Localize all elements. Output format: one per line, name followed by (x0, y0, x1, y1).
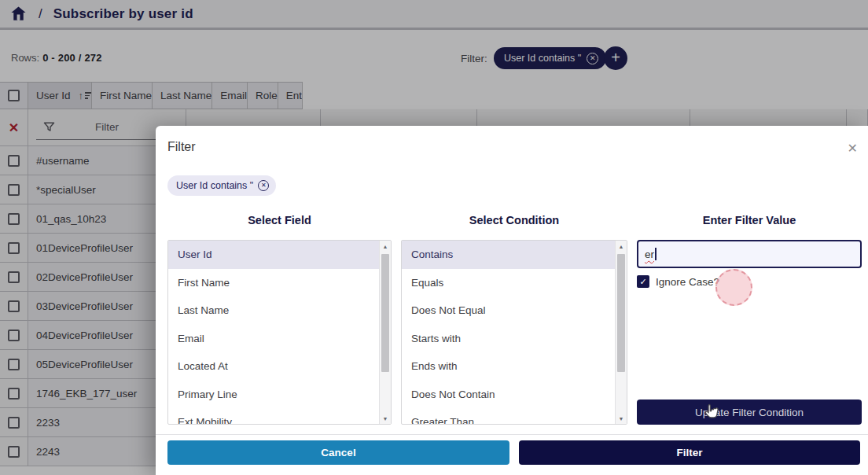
ignore-case-row[interactable]: ✓ Ignore Case? (637, 275, 719, 288)
dialog-title: Filter (167, 140, 196, 154)
scroll-up-icon[interactable]: ▲ (616, 241, 627, 252)
field-option[interactable]: Ext Mobility (168, 408, 391, 425)
condition-option[interactable]: Contains (402, 241, 627, 269)
field-option[interactable]: Located At (168, 352, 391, 381)
dialog-chip-text: User Id contains " (176, 180, 253, 191)
condition-scrollbar[interactable]: ▲ ▼ (615, 241, 627, 424)
dialog-filter-chip[interactable]: User Id contains " ✕ (167, 175, 276, 196)
condition-option[interactable]: Starts with (402, 325, 627, 353)
select-field-heading: Select Field (167, 214, 392, 226)
footer-divider (156, 434, 868, 435)
scroll-down-icon[interactable]: ▼ (616, 413, 627, 424)
condition-listbox: ContainsEqualsDoes Not EqualStarts withE… (401, 240, 627, 425)
filter-value-text: er (645, 249, 654, 260)
scroll-thumb[interactable] (381, 254, 389, 372)
field-listbox: User IdFirst NameLast NameEmailLocated A… (167, 240, 392, 425)
field-option[interactable]: First Name (168, 269, 391, 297)
condition-option[interactable]: Ends with (402, 352, 627, 381)
field-options: User IdFirst NameLast NameEmailLocated A… (168, 241, 391, 425)
click-indicator (715, 269, 752, 306)
condition-option[interactable]: Equals (402, 269, 627, 297)
select-condition-heading: Select Condition (401, 214, 627, 226)
condition-option[interactable]: Does Not Equal (402, 296, 627, 325)
condition-option[interactable]: Does Not Contain (402, 381, 627, 409)
update-filter-condition-button[interactable]: Update Filter Condition (637, 400, 862, 425)
text-caret (655, 248, 657, 260)
cancel-button[interactable]: Cancel (167, 440, 509, 465)
field-option[interactable]: Primary Line (168, 381, 391, 409)
ignore-case-checkbox[interactable]: ✓ (637, 275, 649, 288)
condition-options: ContainsEqualsDoes Not EqualStarts withE… (402, 241, 627, 425)
ignore-case-label: Ignore Case? (656, 276, 719, 288)
field-option[interactable]: Email (168, 325, 391, 353)
scroll-thumb[interactable] (617, 254, 625, 372)
page: / Subscriber by user id Rows:0 - 200 / 2… (0, 0, 868, 475)
filter-value-input[interactable]: er (637, 240, 862, 268)
condition-option[interactable]: Greater Than (402, 408, 627, 425)
dialog-chip-remove-icon[interactable]: ✕ (258, 180, 269, 191)
scroll-down-icon[interactable]: ▼ (380, 413, 391, 424)
close-icon[interactable]: ✕ (848, 141, 858, 156)
mouse-cursor-icon (701, 403, 722, 423)
filter-value-heading: Enter Filter Value (637, 214, 862, 226)
field-scrollbar[interactable]: ▲ ▼ (379, 241, 391, 424)
filter-button[interactable]: Filter (519, 440, 860, 465)
filter-dialog: Filter ✕ User Id contains " ✕ Select Fie… (156, 126, 868, 475)
field-option[interactable]: Last Name (168, 296, 391, 325)
scroll-up-icon[interactable]: ▲ (380, 241, 391, 252)
check-icon: ✓ (639, 277, 646, 287)
field-option[interactable]: User Id (168, 241, 391, 269)
